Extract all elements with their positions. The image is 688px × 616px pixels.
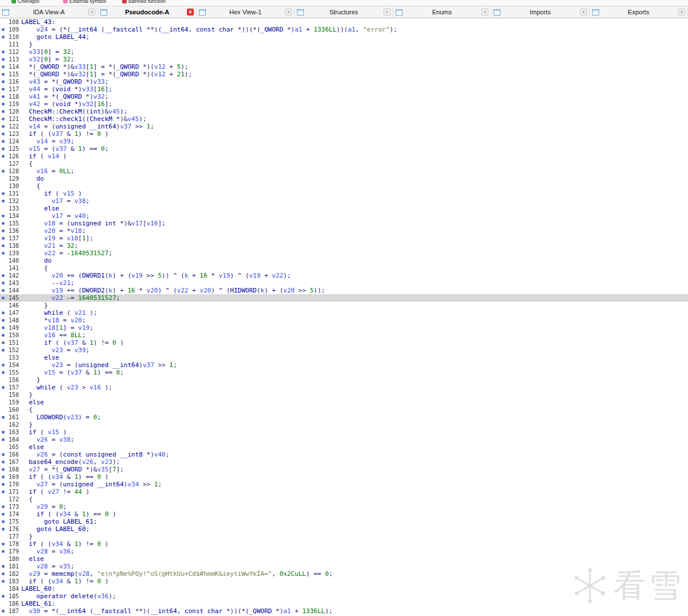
code-line[interactable]: 117v44 = (void *)v33[16]; <box>0 85 688 93</box>
code-line[interactable]: 172{ <box>0 496 688 503</box>
address-dot[interactable] <box>0 570 6 578</box>
code-line[interactable]: 169if ( (v34 & 1) == 0 ) <box>0 473 688 481</box>
code-line[interactable]: 141{ <box>0 264 688 272</box>
address-dot[interactable] <box>0 287 6 294</box>
code-line[interactable]: 138v21 = 32; <box>0 242 688 249</box>
code-line[interactable]: 143--v21; <box>0 279 688 287</box>
tab-exports[interactable]: Exports× <box>590 6 688 18</box>
address-dot[interactable] <box>0 563 6 570</box>
address-dot[interactable] <box>0 108 6 115</box>
code-line[interactable]: 114*(_QWORD *)&v33[1] = *(_QWORD *)(v12 … <box>0 63 688 71</box>
code-line[interactable]: 152v23 = v39; <box>0 346 688 354</box>
code-line[interactable]: 173v29 = 0; <box>0 503 688 510</box>
address-dot[interactable] <box>0 212 6 220</box>
code-line[interactable]: 183if ( (v34 & 1) != 0 ) <box>0 578 688 585</box>
address-dot[interactable] <box>0 272 6 279</box>
address-dot[interactable] <box>0 138 6 145</box>
code-line[interactable]: 158} <box>0 391 688 399</box>
code-line[interactable]: 160{ <box>0 406 688 414</box>
tab-ida-view-a[interactable]: IDA View-A× <box>0 6 98 18</box>
code-line[interactable]: 125v15 = (v37 & 1) == 0; <box>0 145 688 153</box>
address-dot[interactable] <box>0 540 6 548</box>
address-dot[interactable] <box>0 33 6 41</box>
code-line[interactable]: 128v16 = 0LL; <box>0 167 688 175</box>
address-dot[interactable] <box>0 220 6 227</box>
code-line[interactable]: 135v18 = (unsigned int *)&v17[v16]; <box>0 220 688 227</box>
code-line[interactable]: 142v20 += (DWORD1(k) + (v19 >> 5)) ^ (k … <box>0 272 688 279</box>
code-line[interactable]: 132v17 = v38; <box>0 197 688 205</box>
code-line[interactable]: 170v27 = (unsigned __int64)v34 >> 1; <box>0 481 688 488</box>
address-dot[interactable] <box>0 249 6 257</box>
address-dot[interactable] <box>0 242 6 249</box>
code-line[interactable]: 123if ( (v37 & 1) != 0 ) <box>0 130 688 138</box>
tab-imports[interactable]: Imports× <box>491 6 589 18</box>
address-dot[interactable] <box>0 451 6 458</box>
code-line[interactable]: 161LODWORD(v23) = 0; <box>0 414 688 421</box>
code-line[interactable]: 156} <box>0 376 688 384</box>
address-dot[interactable] <box>0 93 6 100</box>
code-line[interactable]: 116v43 = *(_QWORD *)v33; <box>0 78 688 85</box>
code-line[interactable]: 155v15 = (v37 & 1) == 0; <box>0 369 688 376</box>
address-dot[interactable] <box>0 503 6 510</box>
code-line[interactable]: 130{ <box>0 182 688 190</box>
address-dot[interactable] <box>0 130 6 138</box>
tab-structures[interactable]: Structures× <box>295 6 393 18</box>
address-dot[interactable] <box>0 592 6 600</box>
code-line[interactable]: 167base64_encode(v26, v23); <box>0 458 688 466</box>
address-dot[interactable] <box>0 488 6 496</box>
code-line[interactable]: 119v42 = (void *)v32[16]; <box>0 100 688 108</box>
address-dot[interactable] <box>0 436 6 443</box>
code-line[interactable]: 127{ <box>0 160 688 167</box>
address-dot[interactable] <box>0 361 6 369</box>
code-line[interactable]: 181v28 = v35; <box>0 563 688 570</box>
code-line[interactable]: 186LABEL_61: <box>0 600 688 607</box>
code-line[interactable]: 121CheckM::check1((CheckM *)&v45); <box>0 115 688 123</box>
code-line[interactable]: 171if ( v27 != 44 ) <box>0 488 688 496</box>
address-dot[interactable] <box>0 294 6 302</box>
close-icon[interactable]: × <box>678 9 685 15</box>
close-icon[interactable]: × <box>580 9 587 15</box>
code-line[interactable]: 146} <box>0 302 688 309</box>
tab-enums[interactable]: Enums× <box>393 6 491 18</box>
address-dot[interactable] <box>0 518 6 525</box>
code-line[interactable]: 118v41 = *(_QWORD *)v32; <box>0 93 688 100</box>
code-line[interactable]: 148*v18 = v20; <box>0 317 688 324</box>
address-dot[interactable] <box>0 414 6 421</box>
code-line[interactable]: 124v14 = v39; <box>0 138 688 145</box>
code-line[interactable]: 110goto LABEL_44; <box>0 33 688 41</box>
code-line[interactable]: 162} <box>0 421 688 428</box>
code-line[interactable]: 139v22 = -1640531527; <box>0 249 688 257</box>
address-dot[interactable] <box>0 384 6 391</box>
address-dot[interactable] <box>0 578 6 585</box>
tab-pseudocode-a[interactable]: Pseudocode-A× <box>98 6 196 18</box>
address-dot[interactable] <box>0 78 6 85</box>
code-line[interactable]: 185operator delete(v36); <box>0 592 688 600</box>
address-dot[interactable] <box>0 235 6 242</box>
code-line[interactable]: 144v19 += (DWORD2(k) + 16 * v20) ^ (v22 … <box>0 287 688 294</box>
address-dot[interactable] <box>0 100 6 108</box>
code-line[interactable]: 178if ( (v34 & 1) != 0 ) <box>0 540 688 548</box>
code-line[interactable]: 115*(_QWORD *)&v32[1] = *(_QWORD *)(v12 … <box>0 71 688 78</box>
address-dot[interactable] <box>0 167 6 175</box>
code-line[interactable]: 177} <box>0 533 688 540</box>
address-dot[interactable] <box>0 458 6 466</box>
code-line[interactable]: 175goto LABEL_61; <box>0 518 688 525</box>
address-dot[interactable] <box>0 607 6 615</box>
code-line[interactable]: 174if ( (v34 & 1) == 0 ) <box>0 510 688 518</box>
close-icon[interactable]: × <box>482 9 488 15</box>
tab-hex-view-1[interactable]: Hex View-1× <box>197 6 295 18</box>
address-dot[interactable] <box>0 548 6 555</box>
code-line[interactable]: 168v27 = *(_QWORD *)&v35[7]; <box>0 466 688 473</box>
address-dot[interactable] <box>0 85 6 93</box>
close-icon[interactable]: × <box>187 9 194 15</box>
code-line[interactable]: 184LABEL_60: <box>0 585 688 592</box>
code-line[interactable]: 113v32[0] = 32; <box>0 56 688 63</box>
code-line[interactable]: 137v19 = v18[1]; <box>0 235 688 242</box>
address-dot[interactable] <box>0 63 6 71</box>
code-line[interactable]: 154v23 = (unsigned __int64)v37 >> 1; <box>0 361 688 369</box>
address-dot[interactable] <box>0 26 6 33</box>
address-dot[interactable] <box>0 466 6 473</box>
code-line[interactable]: 182v29 = memcmp(v28, "e)n*pNe%PQy!^oS(@H… <box>0 570 688 578</box>
code-line[interactable]: 140do <box>0 257 688 264</box>
address-dot[interactable] <box>0 279 6 287</box>
